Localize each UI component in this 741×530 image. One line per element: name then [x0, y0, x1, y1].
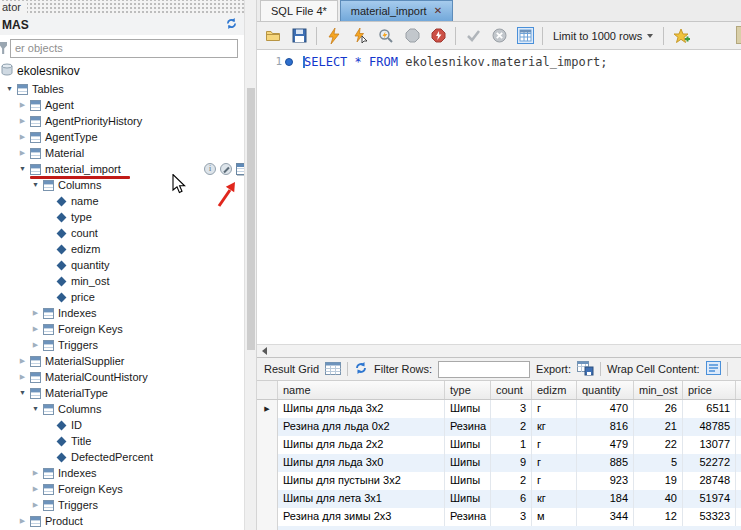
expand-arrow-icon[interactable]: ▶ — [17, 353, 28, 369]
cell-min_ost[interactable]: 5 — [634, 454, 683, 472]
cell-name[interactable]: Шипы для льда 3x0 — [278, 454, 445, 472]
tree-item-foreign-keys[interactable]: ▶Foreign Keys — [0, 481, 244, 497]
limit-rows-dropdown[interactable]: Limit to 1000 rows — [549, 30, 657, 42]
cell-type[interactable]: Шипы — [445, 436, 491, 454]
cell-quantity[interactable]: 885 — [577, 454, 634, 472]
editor-horizontal-scrollbar[interactable] — [257, 344, 741, 357]
expand-arrow-icon[interactable]: ▶ — [30, 497, 41, 513]
tree-item-edizm[interactable]: edizm — [0, 241, 244, 257]
filter-objects-input[interactable] — [10, 39, 238, 58]
expand-arrow-icon[interactable]: ▶ — [17, 513, 28, 529]
close-tab-icon[interactable]: ✕ — [434, 6, 442, 16]
collapse-arrow-icon[interactable]: ▼ — [30, 177, 41, 193]
cell-quantity[interactable]: 479 — [577, 436, 634, 454]
tree-item-type[interactable]: type — [0, 209, 244, 225]
refresh-schemas-icon[interactable] — [225, 17, 238, 33]
cell-price[interactable]: 52272 — [683, 454, 736, 472]
table-row[interactable]: Шипы для льда 2x2Шипы1г4792213077 — [257, 436, 741, 454]
cell-count[interactable]: 3 — [491, 508, 532, 526]
cell-price[interactable]: 6511 — [683, 400, 736, 418]
stop-icon[interactable] — [401, 25, 423, 47]
column-header-type[interactable]: type — [445, 381, 491, 399]
cell-min_ost[interactable]: 19 — [634, 472, 683, 490]
cell-price[interactable]: 13077 — [683, 436, 736, 454]
cell-type[interactable]: Шипы — [445, 400, 491, 418]
column-header-edizm[interactable]: edizm — [532, 381, 577, 399]
row-selector[interactable] — [257, 472, 278, 490]
cell-min_ost[interactable]: 12 — [634, 508, 683, 526]
commit-icon[interactable] — [462, 25, 484, 47]
execute-statement-icon[interactable] — [349, 25, 371, 47]
cell-edizm[interactable]: кг — [532, 490, 577, 508]
cell-type[interactable]: Шипы — [445, 454, 491, 472]
column-header-count[interactable]: count — [491, 381, 532, 399]
filter-rows-input[interactable] — [438, 361, 530, 378]
cell-name[interactable]: Резина для льда 0x2 — [278, 418, 445, 436]
cell-type[interactable]: Шипы — [445, 490, 491, 508]
tree-item-defectedpercent[interactable]: DefectedPercent — [0, 449, 244, 465]
rollback-icon[interactable] — [488, 25, 510, 47]
tree-item-price[interactable]: price — [0, 289, 244, 305]
schema-header[interactable]: ekolesnikov — [0, 61, 244, 81]
tree-item-agent[interactable]: ▶Agent — [0, 97, 244, 113]
tree-item-columns[interactable]: ▼Columns — [0, 177, 244, 193]
cell-price[interactable]: 51974 — [683, 490, 736, 508]
cell-name[interactable]: Шипы для пустыни 3x2 — [278, 472, 445, 490]
tree-item-materialcounthistory[interactable]: ▶MaterialCountHistory — [0, 369, 244, 385]
column-header-price[interactable]: price — [683, 381, 736, 399]
table-row[interactable]: Резина для зимы 2x3Резина3м3441253323 — [257, 508, 741, 526]
cell-quantity[interactable]: 470 — [577, 400, 634, 418]
table-info-icon[interactable]: i — [204, 163, 216, 175]
tree-item-agenttype[interactable]: ▶AgentType — [0, 129, 244, 145]
expand-arrow-icon[interactable]: ▶ — [17, 113, 28, 129]
cell-type[interactable]: Шипы — [445, 472, 491, 490]
row-selector[interactable] — [257, 508, 278, 526]
column-header-name[interactable]: name — [278, 381, 445, 399]
sql-code-line[interactable]: SELECT * FROM ekolesnikov.material_impor… — [293, 50, 607, 344]
open-file-icon[interactable] — [262, 25, 284, 47]
tree-item-materialsupplier[interactable]: ▶MaterialSupplier — [0, 353, 244, 369]
tree-item-id[interactable]: ID — [0, 417, 244, 433]
tree-item-foreign-keys[interactable]: ▶Foreign Keys — [0, 321, 244, 337]
expand-arrow-icon[interactable]: ▶ — [17, 97, 28, 113]
navigator-titlebar[interactable]: ator — [0, 0, 244, 15]
cell-count[interactable]: 6 — [491, 490, 532, 508]
cell-quantity[interactable]: 184 — [577, 490, 634, 508]
row-selector[interactable] — [257, 454, 278, 472]
expand-arrow-icon[interactable]: ▶ — [17, 129, 28, 145]
cell-edizm[interactable]: г — [532, 454, 577, 472]
tree-item-title[interactable]: Title — [0, 433, 244, 449]
scrollbar-thumb[interactable] — [247, 88, 255, 350]
navigator-vertical-scrollbar[interactable] — [244, 0, 257, 530]
cell-edizm[interactable]: кг — [532, 418, 577, 436]
cell-price[interactable]: 53323 — [683, 508, 736, 526]
collapse-arrow-icon[interactable]: ▼ — [4, 81, 15, 97]
cell-price[interactable]: 48785 — [683, 418, 736, 436]
autocommit-toggle-icon[interactable] — [514, 25, 536, 47]
column-header-min_ost[interactable]: min_ost — [634, 381, 683, 399]
table-row[interactable]: Шипы для льда 3x0Шипы9г885552272 — [257, 454, 741, 472]
wrap-cell-content-icon[interactable] — [706, 361, 721, 377]
cell-edizm[interactable]: м — [532, 508, 577, 526]
cell-min_ost[interactable]: 40 — [634, 490, 683, 508]
cell-edizm[interactable]: г — [532, 400, 577, 418]
cell-type[interactable]: Резина — [445, 508, 491, 526]
explain-plan-icon[interactable] — [375, 25, 397, 47]
table-row[interactable]: ▶Шипы для льда 3x2Шипы3г470266511 — [257, 400, 741, 418]
cell-quantity[interactable]: 816 — [577, 418, 634, 436]
save-snippet-icon[interactable] — [670, 25, 692, 47]
cell-count[interactable]: 1 — [491, 436, 532, 454]
cell-quantity[interactable]: 923 — [577, 472, 634, 490]
sql-editor[interactable]: 1 SELECT * FROM ekolesnikov.material_imp… — [257, 50, 741, 344]
tree-item-name[interactable]: name — [0, 193, 244, 209]
cell-price[interactable]: 28748 — [683, 472, 736, 490]
cell-edizm[interactable]: г — [532, 436, 577, 454]
cell-min_ost[interactable]: 26 — [634, 400, 683, 418]
cell-edizm[interactable]: г — [532, 472, 577, 490]
execute-script-icon[interactable] — [323, 25, 345, 47]
refresh-grid-icon[interactable] — [354, 361, 368, 377]
cell-min_ost[interactable]: 21 — [634, 418, 683, 436]
cell-count[interactable]: 2 — [491, 472, 532, 490]
tree-item-indexes[interactable]: ▶Indexes — [0, 465, 244, 481]
tree-item-indexes[interactable]: ▶Indexes — [0, 305, 244, 321]
